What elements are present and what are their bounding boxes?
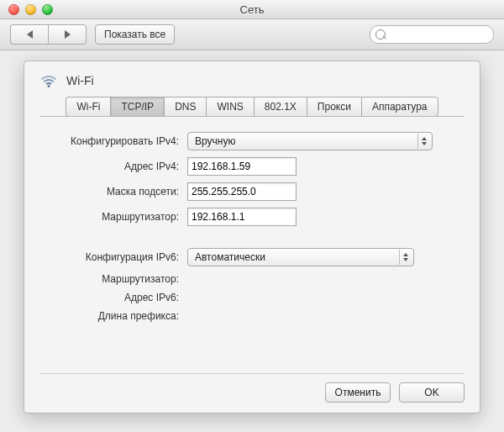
- ipv6-router-value: [187, 273, 189, 285]
- window-title: Сеть: [0, 3, 504, 16]
- ipv6-configure-label: Конфигурация IPv6:: [45, 251, 179, 263]
- tab-wifi[interactable]: Wi-Fi: [66, 97, 110, 117]
- tab-8021x[interactable]: 802.1X: [254, 97, 307, 117]
- wifi-icon: [39, 73, 58, 88]
- row-ipv6-address: Адрес IPv6:: [45, 292, 459, 303]
- row-ipv6-router: Маршрутизатор:: [45, 273, 459, 285]
- ipv6-router-label: Маршрутизатор:: [45, 273, 179, 285]
- ipv4-address-field[interactable]: [187, 157, 297, 176]
- cancel-button[interactable]: Отменить: [325, 382, 391, 403]
- ipv4-router-label: Маршрутизатор:: [45, 211, 179, 223]
- chevron-right-icon: [65, 30, 71, 39]
- tcpip-form: Конфигурировать IPv4: Вручную Адрес IPv4…: [39, 132, 465, 322]
- ipv4-configure-popup[interactable]: Вручную: [187, 132, 433, 150]
- tab-dns[interactable]: DNS: [164, 97, 206, 117]
- ipv6-prefix-value: [187, 310, 189, 322]
- forward-button[interactable]: [48, 24, 87, 45]
- ipv6-configure-popup[interactable]: Автоматически: [187, 248, 414, 266]
- tab-proxy[interactable]: Прокси: [307, 97, 361, 117]
- sheet-header: Wi-Fi: [39, 73, 465, 88]
- row-ipv6-configure: Конфигурация IPv6: Автоматически: [45, 248, 459, 266]
- tab-bar: Wi-Fi TCP/IP DNS WINS 802.1X Прокси Аппа…: [39, 97, 465, 117]
- ipv4-address-label: Адрес IPv4:: [45, 161, 179, 172]
- search-field[interactable]: [370, 25, 494, 44]
- ipv4-subnet-label: Маска подсети:: [45, 186, 179, 198]
- ipv4-configure-label: Конфигурировать IPv4:: [45, 135, 179, 147]
- show-all-button[interactable]: Показать все: [95, 24, 175, 45]
- ipv4-router-field[interactable]: [187, 208, 297, 226]
- ipv6-address-label: Адрес IPv6:: [45, 292, 179, 303]
- ipv4-configure-value: Вручную: [195, 135, 235, 147]
- ipv6-prefix-label: Длина префикса:: [45, 310, 179, 322]
- popup-arrows-icon: [399, 250, 412, 265]
- ipv4-subnet-field[interactable]: [187, 182, 297, 201]
- row-ipv4-configure: Конфигурировать IPv4: Вручную: [45, 132, 459, 150]
- interface-name: Wi-Fi: [66, 74, 94, 87]
- row-ipv4-router: Маршрутизатор:: [45, 208, 459, 226]
- titlebar: Сеть: [0, 0, 504, 19]
- ipv6-configure-value: Автоматически: [195, 251, 265, 263]
- sheet-backdrop: Wi-Fi Wi-Fi TCP/IP DNS WINS 802.1X Прокс…: [0, 50, 504, 432]
- show-all-label: Показать все: [104, 29, 165, 40]
- row-ipv4-address: Адрес IPv4:: [45, 157, 459, 176]
- network-settings-sheet: Wi-Fi Wi-Fi TCP/IP DNS WINS 802.1X Прокс…: [24, 61, 480, 414]
- back-button[interactable]: [10, 24, 48, 45]
- ipv6-address-value: [187, 292, 189, 303]
- nav-buttons: [10, 24, 87, 45]
- sheet-footer: Отменить OK: [39, 373, 465, 403]
- row-ipv4-subnet: Маска подсети:: [45, 182, 459, 201]
- popup-arrows-icon: [417, 134, 430, 149]
- toolbar: Показать все: [0, 19, 504, 50]
- row-ipv6-prefix: Длина префикса:: [45, 310, 459, 322]
- chevron-left-icon: [27, 30, 33, 39]
- tab-wins[interactable]: WINS: [206, 97, 253, 117]
- preferences-window: Сеть Показать все Wi-Fi: [0, 0, 504, 432]
- tab-hardware[interactable]: Аппаратура: [361, 97, 438, 117]
- search-icon: [375, 29, 386, 40]
- ok-button[interactable]: OK: [399, 382, 465, 403]
- tab-tcpip[interactable]: TCP/IP: [110, 97, 164, 117]
